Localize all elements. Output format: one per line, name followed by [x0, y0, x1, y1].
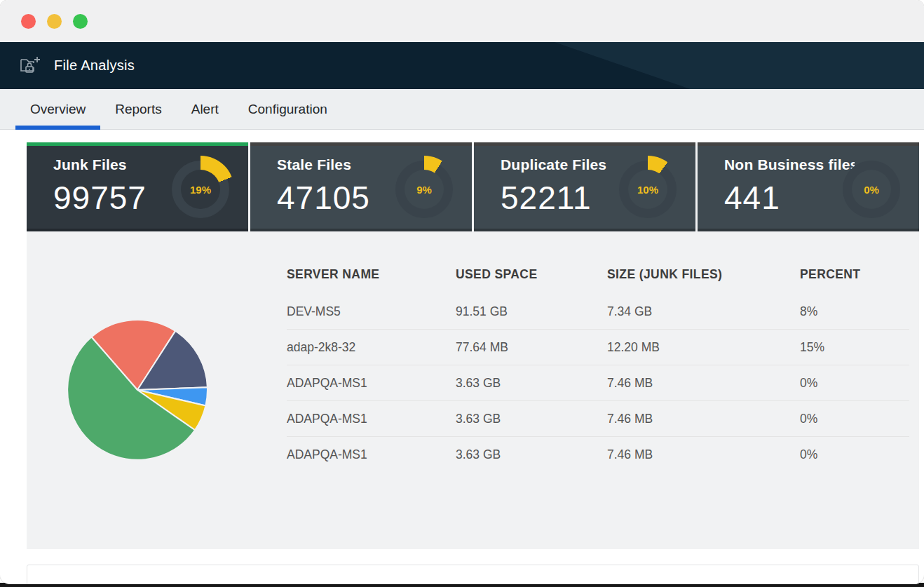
cell-used-space: 3.63 GB	[456, 376, 607, 391]
zoom-button[interactable]	[73, 14, 88, 29]
cell-percent: 0%	[800, 376, 909, 391]
cell-server-name: ADAPQA-MS1	[287, 376, 456, 391]
stat-card-label: Non Business files	[724, 156, 855, 173]
cell-percent: 15%	[800, 340, 909, 355]
next-section-panel	[27, 565, 919, 584]
stat-card-label: Duplicate Files	[501, 156, 631, 173]
col-header-size: SIZE (JUNK FILES)	[607, 267, 800, 282]
cell-percent: 0%	[800, 412, 909, 426]
gauge-percent-label: 10%	[628, 170, 667, 209]
stat-card-stale-files[interactable]: Stale Files 47105 9%	[250, 142, 472, 231]
junk-files-gauge: 19%	[167, 156, 234, 223]
gauge-percent-label: 9%	[405, 170, 444, 209]
stat-card-label: Junk Files	[53, 156, 184, 173]
page-title: File Analysis	[54, 58, 135, 74]
close-button[interactable]	[21, 14, 36, 29]
window-titlebar	[0, 0, 924, 42]
table-row: adap-2k8-32 77.64 MB 12.20 MB 15%	[287, 330, 909, 365]
table-row: DEV-MS5 91.51 GB 7.34 GB 8%	[287, 294, 909, 330]
table-row: ADAPQA-MS1 3.63 GB 7.46 MB 0%	[287, 437, 909, 473]
stat-card-junk-files[interactable]: Junk Files 99757 19%	[27, 142, 248, 231]
cell-used-space: 77.64 MB	[456, 340, 607, 355]
cell-server-name: DEV-MS5	[287, 304, 456, 319]
pie-chart-svg	[65, 318, 210, 462]
stale-files-gauge: 9%	[390, 156, 458, 223]
minimize-button[interactable]	[47, 14, 62, 29]
browser-window: File Analysis Overview Reports Alert Con…	[0, 0, 924, 584]
cell-size: 7.46 MB	[607, 376, 800, 391]
stat-card-label: Stale Files	[277, 156, 407, 173]
table-row: ADAPQA-MS1 3.63 GB 7.46 MB 0%	[287, 401, 909, 437]
cell-used-space: 3.63 GB	[456, 412, 607, 426]
non-business-files-gauge: 0%	[838, 156, 905, 223]
tab-configuration[interactable]: Configuration	[233, 89, 342, 129]
tab-reports[interactable]: Reports	[100, 89, 177, 129]
tab-bar: Overview Reports Alert Configuration	[0, 89, 924, 130]
gauge-percent-label: 19%	[181, 170, 220, 209]
app-header: File Analysis	[0, 42, 924, 89]
table-header-row: SERVER NAME USED SPACE SIZE (JUNK FILES)…	[287, 255, 909, 294]
overview-panel: Junk Files 99757 19% Stale Files 47105 9…	[27, 142, 919, 549]
folder-lock-add-icon	[18, 54, 42, 78]
cell-size: 7.46 MB	[607, 447, 800, 462]
stat-card-duplicate-files[interactable]: Duplicate Files 52211 10%	[474, 142, 695, 231]
traffic-lights	[21, 14, 88, 29]
screenshot-stage: File Analysis Overview Reports Alert Con…	[0, 0, 924, 587]
cell-size: 7.46 MB	[607, 412, 800, 426]
tab-alert[interactable]: Alert	[177, 89, 233, 129]
table-row: ADAPQA-MS1 3.63 GB 7.46 MB 0%	[287, 365, 909, 401]
cell-server-name: ADAPQA-MS1	[287, 447, 456, 462]
cell-size: 7.34 GB	[607, 304, 800, 319]
cell-server-name: adap-2k8-32	[287, 340, 456, 355]
gauge-percent-label: 0%	[852, 170, 891, 209]
junk-files-table: SERVER NAME USED SPACE SIZE (JUNK FILES)…	[269, 255, 909, 473]
tab-overview[interactable]: Overview	[15, 89, 100, 129]
stat-cards-row: Junk Files 99757 19% Stale Files 47105 9…	[27, 142, 919, 231]
duplicate-files-gauge: 10%	[614, 156, 681, 223]
col-header-server-name: SERVER NAME	[287, 267, 456, 282]
cell-size: 12.20 MB	[607, 340, 800, 355]
cell-percent: 8%	[800, 304, 909, 319]
junk-files-pie-chart	[65, 318, 210, 462]
stat-card-non-business-files[interactable]: Non Business files 441 0%	[698, 142, 919, 231]
cell-percent: 0%	[800, 447, 909, 462]
cell-used-space: 3.63 GB	[456, 447, 607, 462]
cell-server-name: ADAPQA-MS1	[287, 412, 456, 426]
col-header-percent: PERCENT	[800, 267, 909, 282]
col-header-used-space: USED SPACE	[456, 267, 607, 282]
cell-used-space: 91.51 GB	[456, 304, 607, 319]
